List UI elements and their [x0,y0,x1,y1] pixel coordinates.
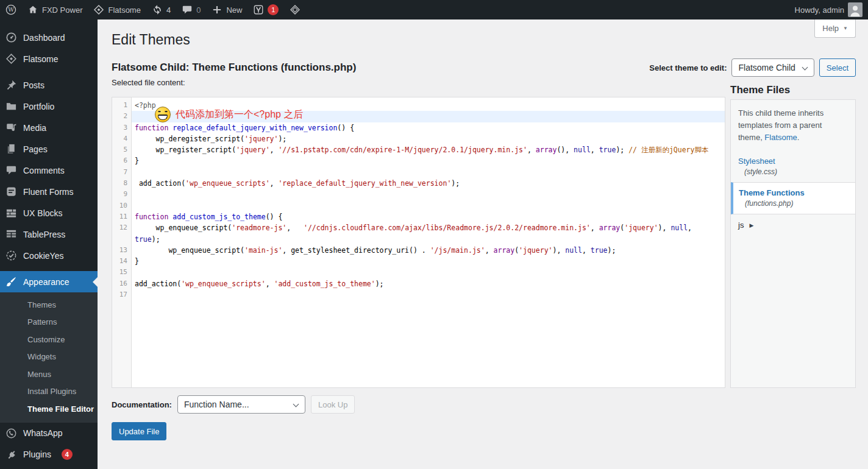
sidebar-item-label: Fluent Forms [23,187,73,197]
line-number: 13 [112,245,132,256]
code-line[interactable]: 15 [112,267,725,278]
submenu-item-theme-file-editor[interactable]: Theme File Editor [0,400,98,418]
line-number: 16 [112,278,132,289]
my-account-menu[interactable]: Howdy, admin [789,0,868,19]
sidebar-item-label: CookieYes [23,251,63,261]
site-name-label: FXD Power [42,5,82,15]
documentation-select-value: Function Name... [184,400,249,409]
line-code: wp_enqueue_script('main-js', get_stylesh… [132,245,725,256]
code-line[interactable]: 13 wp_enqueue_script('main-js', get_styl… [112,245,725,256]
code-line[interactable]: 10 [112,200,725,211]
updates-link[interactable]: 4 [146,0,176,19]
sidebar-item-pages[interactable]: Pages [0,138,98,160]
sidebar-item-flatsome[interactable]: Flatsome [0,48,98,69]
theme-file-stylesheet[interactable]: Stylesheet(style.css) [731,151,855,182]
code-line[interactable]: 14} [112,256,725,267]
sidebar-item-fluent-forms[interactable]: Fluent Forms [0,181,98,202]
lookup-button[interactable]: Look Up [311,395,355,414]
line-code: wp_deregister_script('jquery'); [132,133,725,144]
theme-file-theme-functions[interactable]: Theme Functions(functions.php) [731,182,855,214]
posts-icon [5,79,17,91]
line-number: 5 [112,144,132,155]
submenu-item-menus[interactable]: Menus [0,365,98,383]
sidebar-item-item[interactable] [0,465,98,469]
sidebar-item-label: Dashboard [23,33,65,43]
code-line[interactable]: 9 [112,189,725,200]
select-theme-button[interactable]: Select [819,58,856,77]
code-line[interactable]: 6} [112,155,725,166]
menu-separator [0,266,98,271]
sidebar-item-plugins[interactable]: Plugins4 [0,444,98,465]
sidebar-item-dashboard[interactable]: Dashboard [0,27,98,48]
code-line[interactable]: 8 add_action('wp_enqueue_scripts', 'repl… [112,178,725,189]
comments-count: 0 [196,5,201,15]
update-count-badge: 4 [62,449,73,460]
yoast-seo-icon [253,4,264,15]
new-content-menu[interactable]: New [206,0,247,19]
comments-link[interactable]: 0 [176,0,206,19]
code-editor[interactable]: 1<?php2代码添加到第一个<?php 之后3function replace… [112,97,725,388]
code-line[interactable]: 7 [112,167,725,178]
theme-files-panel: This child theme inherits templates from… [730,99,856,388]
grin-emoji-icon [155,107,171,122]
pages-icon [5,143,17,155]
code-line[interactable]: 2代码添加到第一个<?php 之后 [112,111,725,122]
code-annotation: 代码添加到第一个<?php 之后 [155,107,303,122]
updates-count: 4 [166,5,171,15]
home-icon [27,4,38,15]
submenu-item-themes[interactable]: Themes [0,296,98,314]
wordpress-icon: W [5,4,16,15]
sidebar-item-ux-blocks[interactable]: UX Blocks [0,202,98,224]
annotation-text: 代码添加到第一个<?php 之后 [176,109,303,120]
flatsome-menu[interactable]: Flatsome [88,0,146,19]
plugins-icon [5,449,17,460]
sidebar-item-whatsapp[interactable]: WhatsApp [0,423,98,444]
code-line[interactable]: 3function replace_default_jquery_with_ne… [112,122,725,133]
code-line[interactable]: 11function add_custom_js_to_theme() { [112,211,725,222]
wordpress-menu[interactable]: W [0,0,22,19]
documentation-select[interactable]: Function Name... [177,395,305,414]
child-theme-notice: This child theme inherits templates from… [731,100,855,147]
theme-file-name[interactable]: Stylesheet [738,157,848,166]
help-tab[interactable]: Help ▼ [814,19,856,38]
seo-menu[interactable]: 1 [247,0,284,19]
sidebar-item-portfolio[interactable]: Portfolio [0,96,98,117]
sidebar-item-media[interactable]: Media [0,117,98,138]
code-line[interactable]: true); [112,234,725,245]
code-line[interactable]: 5 wp_register_script('jquery', '//s1.pst… [112,144,725,155]
submenu-item-install-plugins[interactable]: Install Plugins [0,383,98,401]
folder-js[interactable]: js ▶ [731,214,855,236]
theme-file-name[interactable]: Theme Functions [739,188,848,197]
submenu-item-customize[interactable]: Customize [0,331,98,348]
code-line[interactable]: 12 wp_enqueue_script('readmore-js', '//c… [112,222,725,233]
appearance-icon [5,276,17,287]
code-line[interactable]: 16add_action('wp_enqueue_scripts', 'add_… [112,278,725,289]
sidebar-item-cookieyes[interactable]: CookieYes [0,245,98,266]
parent-theme-link[interactable]: Flatsome [764,133,797,142]
avatar [848,2,863,17]
line-code: true); [132,234,725,245]
submenu-item-widgets[interactable]: Widgets [0,348,98,366]
ux-builder-menu[interactable] [284,0,306,19]
line-number: 14 [112,256,132,267]
chevron-down-icon: ▼ [843,26,848,31]
sidebar-item-comments[interactable]: Comments [0,160,98,181]
sidebar-item-label: Flatsome [23,54,59,64]
theme-select[interactable]: Flatsome Child [731,58,814,77]
line-code [132,289,725,300]
code-line[interactable]: 4 wp_deregister_script('jquery'); [112,133,725,144]
site-name-link[interactable]: FXD Power [22,0,88,19]
sidebar-item-posts[interactable]: Posts [0,74,98,96]
line-number: 7 [112,167,132,178]
code-line[interactable]: 17 [112,289,725,300]
sidebar-item-appearance[interactable]: Appearance [0,271,98,292]
folder-expand-icon: ▶ [749,222,753,228]
flatsome-diamond-icon [93,4,104,15]
update-file-button[interactable]: Update File [112,422,166,440]
submenu-item-patterns[interactable]: Patterns [0,314,98,331]
admin-sidebar: DashboardFlatsomePostsPortfolioMediaPage… [0,19,98,469]
sidebar-item-label: WhatsApp [23,428,63,438]
sidebar-item-tablepress[interactable]: TablePress [0,224,98,245]
comment-icon [5,164,17,176]
line-number [112,234,132,245]
